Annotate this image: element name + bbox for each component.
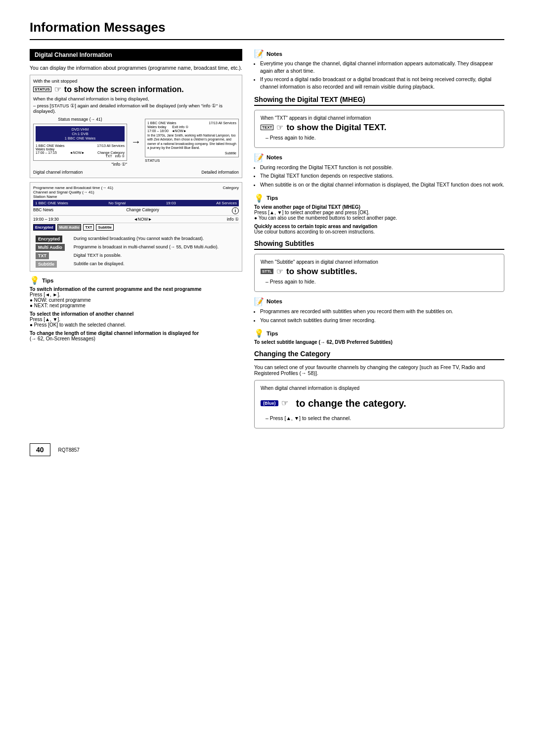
time19: 19:03 <box>166 201 176 205</box>
digital-channel-header: Digital Channel Information <box>30 49 242 61</box>
notes-block-1: 📝 Notes Everytime you change the channel… <box>254 49 504 91</box>
with-unit-label: With the unit stopped <box>33 78 239 84</box>
badge-multiaudio: Multi Audio <box>57 224 82 231</box>
programme-diagram: Programme name and Broadcast time (→ 41)… <box>30 182 242 272</box>
page-number: 40 <box>30 443 50 456</box>
page-footer: 40 RQT8857 <box>30 443 504 456</box>
press-select: – Press [▲, ▼] to select the channel. <box>266 415 498 421</box>
tip1-next: ● NEXT: next programme <box>30 303 86 308</box>
det-time3: Wales today <box>147 125 166 129</box>
notes-icon-1: 📝 <box>254 49 264 58</box>
det-exit: Exit info ① <box>172 125 188 129</box>
bbc-news: BBC News <box>33 207 53 214</box>
detailed-diagram-inner: 1 BBC ONE Wales 17/13 All Services Wales… <box>145 119 239 157</box>
hand-icon-3: ☞ <box>276 267 283 276</box>
arrow-right-icon: → <box>131 117 141 167</box>
notes-block-3: 📝 Notes Programmes are recorded with sub… <box>254 297 504 324</box>
prog-header: Programme name and Broadcast time (→ 41)… <box>33 186 239 199</box>
notes-title-2: 📝 Notes <box>254 153 504 162</box>
status-labels-row: STATUS <box>145 158 239 163</box>
bottom-labels: Digital channel information Detailed inf… <box>33 170 239 175</box>
big-instruction-text: to show the screen information. <box>64 85 184 94</box>
notes-item-3-1: You cannot switch subtitles during timer… <box>260 317 504 324</box>
category-section: Changing the Category You can select one… <box>254 350 504 428</box>
tips-block-2: 💡 Tips To view another page of Digital T… <box>254 193 504 235</box>
notes-item-2-2: When subtitle is on or the digital chann… <box>260 181 504 189</box>
notes-label-1: Notes <box>267 51 282 57</box>
subtitles-section: Showing Subtitles When "Subtitle" appear… <box>254 239 504 292</box>
encrypted-badge-label: Encrypted <box>36 236 62 242</box>
category-intro: You can select one of your favourite cha… <box>254 364 504 376</box>
prog-header-left: Programme name and Broadcast time (→ 41)… <box>33 186 113 199</box>
tip2-header: To select the information of another cha… <box>30 311 134 317</box>
change-cat: Change Category <box>126 207 159 214</box>
hand-icon-2: ☞ <box>276 123 283 132</box>
tips-detail-left: To switch information of the current pro… <box>30 286 242 308</box>
category-label-right: Category <box>223 186 239 199</box>
now-arrow: ◄NOW► <box>134 217 152 222</box>
dvd-vhm-label: DVD:VHMCh:1 DVB1 BBC ONE Wales <box>36 126 125 142</box>
tips2-tip2-header: Quickly access to certain topic areas an… <box>254 224 377 229</box>
prog-row2: BBC News Change Category i <box>33 207 239 216</box>
press-hide-digital: – Press again to hide. <box>266 135 498 141</box>
badge-descriptions: Encrypted During scrambled broadcasting … <box>33 235 239 268</box>
txt-desc: Digital TEXT is possible. <box>71 251 239 260</box>
tips-icon-3: 💡 <box>254 329 264 338</box>
hand-icon: ☞ <box>54 85 61 94</box>
status-diagram: With the unit stopped STATUS ☞ to show t… <box>30 75 242 178</box>
channel-signal-label: Channel and Signal Quality (→ 41) <box>33 190 113 194</box>
info-i-label: "info ①" <box>33 162 127 167</box>
notes-list-3: Programmes are recorded with subtitles w… <box>254 308 504 324</box>
tip3-header: To change the length of time digital cha… <box>30 331 199 336</box>
prog-name-label: Programme name and Broadcast time (→ 41) <box>33 186 113 190</box>
info-icon-small: info ① <box>227 217 239 222</box>
badge-txt: TXT <box>83 224 94 231</box>
subtitle-desc: Subtitle can be displayed. <box>71 260 239 268</box>
notes-icon-2: 📝 <box>254 153 264 162</box>
status-label: STATUS <box>33 87 51 92</box>
info-circle: i <box>232 207 239 214</box>
bbc-one-wales: 1 BBC ONE Wales <box>35 201 68 205</box>
digital-text-instruction-row: TEXT ☞ to show the Digital TEXT. <box>261 123 498 133</box>
category-box: When digital channel information is disp… <box>254 380 504 428</box>
change-cat-label: Change Category <box>97 151 125 154</box>
tips-detail3-left: To change the length of time digital cha… <box>30 331 242 341</box>
category-header: Changing the Category <box>254 350 504 360</box>
blue-btn: (Blue) <box>261 400 278 406</box>
tip1-header: To switch information of the current pro… <box>30 286 202 292</box>
tip3-ref: (→ 62, On-Screen Messages) <box>30 336 95 341</box>
multiaudio-badge-label: Multi Audio <box>36 244 65 251</box>
tips3-detail-1: To select subtitle language (→ 62, DVB P… <box>254 339 504 345</box>
digital-text-big: to show the Digital TEXT. <box>286 123 386 133</box>
notes-item-2-0: During recording the Digital TEXT functi… <box>260 164 504 171</box>
tips2-tip1-extra: ● You can also use the numbered buttons … <box>254 215 397 221</box>
time2-label: 17:00 – 17:15 <box>36 151 57 154</box>
subtitles-big: to show subtitles. <box>286 267 357 277</box>
when-digital-info: When the digital channel information is … <box>33 96 239 101</box>
all-services: All Services <box>216 201 237 205</box>
notes-label-3: Notes <box>267 298 282 304</box>
digital-channel-intro: You can display the information about pr… <box>30 65 242 71</box>
service-label: 17/13 All Services <box>97 144 125 147</box>
badge-encrypted: Encrypted <box>33 224 55 231</box>
time-range: 19:00 – 19:30 <box>33 217 59 222</box>
tips-title-left: 💡 Tips <box>30 276 242 285</box>
right-column: 📝 Notes Everytime you change the channel… <box>254 49 504 433</box>
txt-badge-label: TXT <box>36 252 49 259</box>
now-label: ◄NOW► <box>69 151 85 154</box>
left-column: Digital Channel Information You can disp… <box>30 49 242 433</box>
press-hide-subtitle: – Press again to hide. <box>266 279 498 284</box>
prog-bar: 1 BBC ONE Wales No Signal 19:03 All Serv… <box>33 200 239 206</box>
notes-item-1-0: Everytime you change the channel, digita… <box>260 60 504 74</box>
encrypted-desc: During scrambled broadcasting (You canno… <box>71 235 239 243</box>
prog-row3: 19:00 – 19:30 ◄NOW► info ① <box>33 217 239 223</box>
subtitle-badge-label: Subtitle <box>36 261 57 268</box>
tips2-tip1-header: To view another page of Digital TEXT (MH… <box>254 204 360 210</box>
press-detail: – press [STATUS ①] again and detailed in… <box>33 103 239 114</box>
det-detail-text: In the 1970s, Jane Smith, working with N… <box>147 134 236 150</box>
diagram-row2: Wales today <box>36 147 125 151</box>
det-row2: Wales today Exit info ① <box>147 125 236 129</box>
digital-text-section: Showing the Digital TEXT (MHEG) When "TX… <box>254 95 504 148</box>
diagram-row1: 1 BBC ONE Wales 17/13 All Services <box>36 142 125 147</box>
tip1-press: Press [◄, ►]. <box>30 292 60 297</box>
